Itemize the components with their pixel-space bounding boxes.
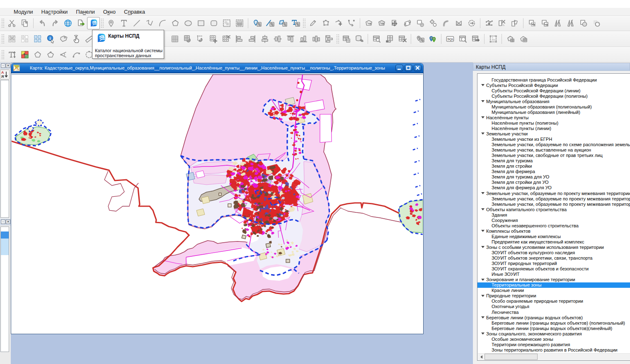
layer-tree-item[interactable]: Муниципальные образования (линейный): [477, 109, 630, 115]
layer-tree-item[interactable]: Населённые пункты (линии): [477, 125, 630, 131]
paste-geometry-2-icon[interactable]: [538, 17, 551, 29]
layer-tree-item[interactable]: Здания: [477, 212, 630, 217]
tiles-colored-icon[interactable]: [18, 48, 31, 61]
distribute-v-icon[interactable]: [322, 33, 335, 45]
layer-tree-item[interactable]: Зоны территориального развития в Российс…: [477, 347, 630, 352]
collapse-triangle-icon[interactable]: [481, 316, 485, 318]
pentagon-node-icon[interactable]: [44, 48, 57, 61]
pin-sliders-icon[interactable]: [250, 17, 263, 29]
layer-tree-item[interactable]: Территории опережающего развития: [477, 342, 630, 347]
collapse-triangle-icon[interactable]: [481, 133, 485, 135]
layer-tree-item[interactable]: ЗОУИТ охраняемых объектов и безопасности: [477, 266, 630, 272]
map-window-titlebar[interactable]: Карта: Кадастровые_округа,Муниципальные_…: [11, 63, 423, 73]
layer-tree-item[interactable]: Земля для стройки: [477, 164, 630, 169]
grid-icon[interactable]: [168, 33, 181, 45]
select-cells-blue-icon[interactable]: [31, 33, 44, 45]
close-panel-icon[interactable]: ✕: [6, 63, 10, 68]
layer-tree-item[interactable]: Красные линии: [477, 288, 630, 293]
deselect-x-icon[interactable]: [5, 33, 18, 45]
text-sliders-icon[interactable]: [289, 17, 302, 29]
nspd-panel-header[interactable]: Карты НСПД: [473, 63, 630, 71]
layer-tree-item[interactable]: Земельные участки, выставленные на аукци…: [477, 147, 630, 153]
select-cells-icon[interactable]: [18, 33, 31, 45]
pentagon-icon[interactable]: [169, 17, 182, 29]
layer-tree-item[interactable]: Земля для фермера для УО: [477, 185, 630, 190]
copy-part-icon[interactable]: [508, 17, 521, 29]
angle-measure-icon[interactable]: [57, 48, 70, 61]
line-icon[interactable]: [130, 17, 143, 29]
layer-tree-item[interactable]: Субъекты Российской Федерации: [477, 82, 630, 88]
distribute-h-icon[interactable]: [310, 33, 322, 45]
polygon-sliders-icon[interactable]: [276, 17, 289, 29]
image-frame-icon[interactable]: [487, 33, 499, 45]
scissors-icon[interactable]: [5, 17, 18, 29]
align-center-h-icon[interactable]: [258, 33, 271, 45]
layer-tree-item[interactable]: Территориальные зоны: [477, 282, 630, 288]
collapse-triangle-icon[interactable]: [481, 100, 485, 102]
horizontal-scrollbar[interactable]: [478, 353, 630, 360]
align-top-icon[interactable]: [284, 33, 297, 45]
layer-tree-item[interactable]: Населённые пункты: [477, 115, 630, 120]
collapse-triangle-icon[interactable]: [481, 208, 485, 210]
link-vertices-icon[interactable]: [345, 17, 358, 29]
select-shapes-icon[interactable]: [220, 17, 233, 29]
identify-info-icon[interactable]: i: [44, 33, 57, 45]
layer-tree-item[interactable]: ЗОУИТ природных территорий: [477, 261, 630, 266]
align-center-v-icon[interactable]: [271, 33, 284, 45]
arc-nodes-icon[interactable]: [70, 48, 82, 61]
layer-tree-item[interactable]: Особые экономические зоны: [477, 336, 630, 342]
menu-Справка[interactable]: Справка: [120, 8, 149, 15]
copy-feature-icon[interactable]: [414, 17, 426, 29]
scroll-left-button[interactable]: [478, 354, 485, 360]
layer-tree-item[interactable]: Береговые линии (границы водных объектов…: [477, 325, 630, 331]
menu-Панели[interactable]: Панели: [72, 8, 99, 15]
layer-tree-item[interactable]: Единые недвижимые комплексы: [477, 234, 630, 239]
polygon-table-1-icon[interactable]: [504, 33, 517, 45]
layer-tree-item[interactable]: Береговые линии (границы водных объектов…: [477, 320, 630, 325]
copy-pages-icon[interactable]: [18, 17, 31, 29]
layer-tree-item[interactable]: Особо охраняемые природные территории: [477, 299, 630, 304]
mirror-1-icon[interactable]: [551, 17, 564, 29]
rounded-rectangle-icon[interactable]: [207, 17, 220, 29]
left-panel2-highlight-rows[interactable]: [1, 239, 9, 255]
toolbar-grip[interactable]: [1, 34, 5, 44]
float-panel-icon[interactable]: ▫: [1, 63, 5, 68]
snap-magnet-icon[interactable]: [181, 33, 194, 45]
layer-tree-item[interactable]: Объекты незавершенного строительства: [477, 223, 630, 228]
snap-magnet-dashed-icon[interactable]: [194, 33, 207, 45]
layer-tree-item[interactable]: Земля для фермера: [477, 169, 630, 174]
collapse-triangle-icon[interactable]: [481, 192, 485, 194]
table-delete-icon[interactable]: [396, 33, 409, 45]
map-canvas[interactable]: [12, 75, 423, 333]
left-panel2-selected-row[interactable]: [1, 231, 9, 239]
tag-label-icon[interactable]: [57, 33, 70, 45]
paste-geometry-1-icon[interactable]: [526, 17, 538, 29]
polyline-icon[interactable]: [143, 17, 156, 29]
move-feature-icon[interactable]: [388, 17, 401, 29]
pencil-icon[interactable]: [306, 17, 319, 29]
bend-feature-icon[interactable]: [439, 17, 452, 29]
sort-az-button[interactable]: А Я: [0, 70, 10, 80]
layer-tree-item[interactable]: Природные территории: [477, 293, 630, 299]
collapse-triangle-icon[interactable]: [481, 246, 485, 248]
layer-tree-item[interactable]: Населённые пункты (полигоны): [477, 120, 630, 125]
select-table-icon[interactable]: [233, 17, 246, 29]
polygon-arrow-2-icon[interactable]: [375, 17, 388, 29]
layer-tree-item[interactable]: Земля для стройки для УО: [477, 180, 630, 185]
layer-tree-item[interactable]: Субъекты Российской Федерации (полигоны): [477, 93, 630, 99]
table-search-icon[interactable]: [370, 33, 383, 45]
pie-circle-icon[interactable]: [590, 17, 603, 29]
polygon-table-2-icon[interactable]: [517, 33, 530, 45]
left-panel2-list[interactable]: [0, 227, 9, 352]
layer-tree-item[interactable]: Земельные участки, свободные от прав тре…: [477, 153, 630, 158]
node-graph-icon[interactable]: [482, 17, 495, 29]
sql-query-icon[interactable]: SQL: [443, 33, 456, 45]
layer-tree-item[interactable]: Зоны с особыми условиями использования т…: [477, 244, 630, 250]
text-updown-icon[interactable]: [5, 48, 18, 61]
layer-tree-item[interactable]: Земля для туризма для УО: [477, 174, 630, 180]
layer-tree-item[interactable]: Охотничьи угодья: [477, 304, 630, 309]
align-bottom-icon[interactable]: [297, 33, 310, 45]
map-canvas-area[interactable]: [12, 74, 423, 333]
pins-settings-icon[interactable]: [413, 33, 426, 45]
collapse-triangle-icon[interactable]: [481, 84, 485, 86]
